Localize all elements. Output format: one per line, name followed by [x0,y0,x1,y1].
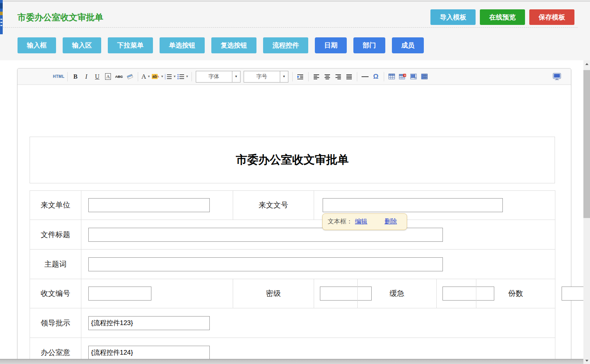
lingdao-pishi-input[interactable] [88,316,210,330]
online-preview-button[interactable]: 在线预览 [480,9,525,25]
align-center-icon[interactable] [322,71,332,82]
table-properties-icon[interactable] [420,71,430,82]
dropdown-caret-icon: ▼ [173,75,176,78]
insert-table-icon[interactable] [387,71,397,82]
field-label: 领导批示 [30,308,81,338]
table-row: 文件标题 [30,220,555,250]
laiwen-danwei-input[interactable] [88,198,210,212]
strikethrough-icon[interactable]: ABC [114,71,124,82]
form-table: 来文单位 来文文号 文件标题 主题词 收文编号 密级 缓急 份数 [30,190,555,364]
window-top-edge [0,0,590,2]
svg-text:3: 3 [165,78,166,80]
scrollbar-thumb[interactable] [583,70,590,218]
special-char-icon[interactable]: Ω [371,71,381,82]
field-label: 份数 [476,279,555,308]
toolbar-separator [191,72,192,81]
form-title: 市委办公室收文审批单 [236,152,349,168]
bold-icon[interactable]: B [70,71,81,82]
widget-button-department[interactable]: 部门 [353,37,385,53]
field-label: 来文单位 [30,191,81,220]
header-dashed-divider [3,27,578,28]
scroll-up-button[interactable] [583,60,590,67]
font-family-select[interactable]: 字体 ▼ [196,71,241,83]
header-action-buttons: 导入模板 在线预览 保存模板 [430,9,574,25]
form-template-editor-page: 市委办公室收文审批单 导入模板 在线预览 保存模板 输入框 输入区 下拉菜单 单… [0,0,590,364]
field-label: 缓急 [358,279,437,308]
field-label: 收文编号 [30,279,81,308]
vertical-scrollbar[interactable] [583,60,590,364]
widget-button-checkbox[interactable]: 复选按钮 [211,37,256,53]
page-title: 市委办公室收文审批单 [18,12,103,23]
table-row: 收文编号 密级 缓急 份数 [30,279,555,308]
fullscreen-icon[interactable] [552,71,562,82]
align-left-icon[interactable] [311,71,321,82]
widget-button-dropdown[interactable]: 下拉菜单 [108,37,153,53]
eraser-icon[interactable] [125,71,135,82]
import-template-button[interactable]: 导入模板 [430,9,476,25]
field-label: 文件标题 [30,220,81,250]
background-window-fragment [0,3,3,9]
bangongshi-yijian-input[interactable] [88,346,210,360]
field-label: 主题词 [30,250,81,279]
laiwen-wenhao-input[interactable] [323,198,503,212]
widget-button-textarea[interactable]: 输入区 [63,37,101,53]
source-code-icon[interactable]: HTML [53,71,65,82]
cell-properties-icon[interactable] [409,71,419,82]
background-window-fragment [0,25,2,26]
toolbar-separator [67,72,68,81]
delete-table-icon[interactable]: ✕ [398,71,408,82]
underline-icon[interactable]: U [92,71,102,82]
background-window-fragment [0,19,2,20]
italic-icon[interactable]: I [81,71,91,82]
page-header: 市委办公室收文审批单 导入模板 在线预览 保存模板 输入框 输入区 下拉菜单 单… [0,0,590,60]
dropdown-caret-icon: ▼ [186,75,189,78]
field-label: 密级 [233,279,314,308]
background-window-fragment [0,22,2,23]
triangle-down-icon [585,360,588,362]
toolbar-separator [292,72,293,81]
table-row: 来文单位 来文文号 [30,191,555,220]
triangle-up-icon [585,63,588,65]
svg-text:✕: ✕ [404,74,406,77]
dropdown-caret-icon: ▼ [161,75,164,78]
rich-text-editor: HTML B I U A ABC A▼ ab✎▼ 1 2 [17,68,571,364]
widget-button-member[interactable]: 成员 [392,37,424,53]
tooltip-label: 文本框： [328,218,353,226]
align-justify-icon[interactable] [344,71,354,82]
shouwen-bianhao-input[interactable] [88,287,151,301]
toolbar-separator [357,72,357,81]
ordered-list-icon[interactable]: 1 2 3 ▼ [165,71,176,82]
toolbar-separator [138,72,138,81]
table-row: 领导批示 [30,308,555,338]
form-title-box: 市委办公室收文审批单 [30,137,555,183]
unordered-list-icon[interactable]: ▼ [177,71,189,82]
horizontal-rule-icon[interactable] [360,71,370,82]
taskbar-edge [0,359,583,364]
zhutici-input[interactable] [88,257,443,271]
editor-toolbar: HTML B I U A ABC A▼ ab✎▼ 1 2 [18,69,571,85]
align-right-icon[interactable] [333,71,343,82]
indent-icon[interactable] [295,71,306,82]
table-row: 主题词 [30,250,555,279]
field-label: 来文文号 [233,191,314,220]
widget-button-row: 输入框 输入区 下拉菜单 单选按钮 复选按钮 流程控件 日期 部门 成员 [18,37,424,53]
scroll-down-button[interactable] [583,357,590,364]
background-window-fragment [0,12,3,15]
font-frame-icon[interactable]: A [103,71,113,82]
widget-button-radio[interactable]: 单选按钮 [160,37,205,53]
save-template-button[interactable]: 保存模板 [529,9,574,25]
widget-button-input-box[interactable]: 输入框 [18,37,56,53]
dropdown-caret-icon[interactable]: ▼ [280,71,288,82]
highlight-color-icon[interactable]: ab✎▼ [152,71,164,82]
edit-control-link[interactable]: 编辑 [355,218,367,226]
control-tooltip: 文本框： 编辑 删除 [322,213,407,230]
dropdown-caret-icon[interactable]: ▼ [232,71,240,82]
toolbar-separator [308,72,309,81]
font-color-icon[interactable]: A▼ [141,71,151,82]
dropdown-caret-icon: ▼ [147,75,150,78]
background-window-sliver [0,0,3,34]
delete-control-link[interactable]: 删除 [385,218,397,226]
font-size-select[interactable]: 字号 ▼ [244,71,288,83]
widget-button-flow-control[interactable]: 流程控件 [263,37,308,53]
widget-button-date[interactable]: 日期 [315,37,347,53]
